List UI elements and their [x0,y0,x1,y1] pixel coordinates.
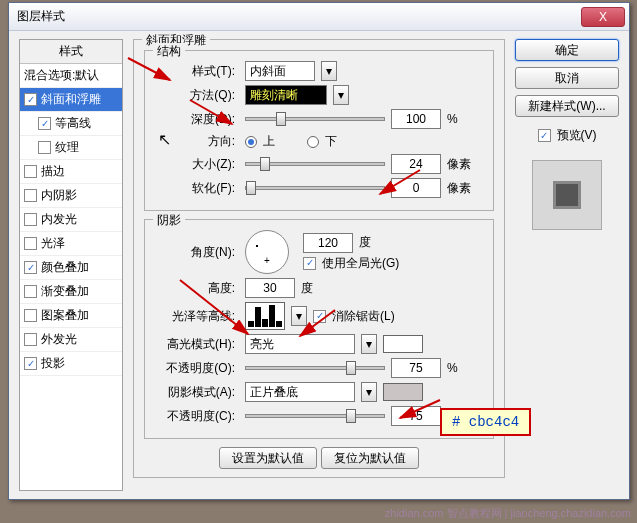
size-label: 大小(Z): [155,156,239,173]
style-row-3[interactable]: 描边 [20,160,122,184]
shadow-color-swatch[interactable] [383,383,423,401]
global-light-checkbox[interactable] [303,257,316,270]
soften-slider[interactable] [245,186,385,190]
shadow-mode-label: 阴影模式(A): [155,384,239,401]
style-label: 等高线 [55,115,91,132]
style-checkbox[interactable] [24,165,37,178]
highlight-mode-label: 高光模式(H): [155,336,239,353]
opacity1-label: 不透明度(O): [155,360,239,377]
style-checkbox[interactable] [24,309,37,322]
size-unit: 像素 [447,156,477,173]
global-light-label: 使用全局光(G) [322,255,399,272]
style-label: 外发光 [41,331,77,348]
dialog-title: 图层样式 [13,8,581,25]
altitude-label: 高度: [155,280,239,297]
shadow-mode-combo[interactable]: 正片叠底 [245,382,355,402]
angle-input[interactable]: 120 [303,233,353,253]
chevron-down-icon[interactable]: ▾ [333,85,349,105]
technique-label: 方法(Q): [155,87,239,104]
depth-unit: % [447,112,477,126]
style-label: 样式(T): [155,63,239,80]
style-row-2[interactable]: 纹理 [20,136,122,160]
style-checkbox[interactable] [24,261,37,274]
preview-label: 预览(V) [557,127,597,144]
direction-up-radio[interactable] [245,136,257,148]
opacity1-input[interactable]: 75 [391,358,441,378]
altitude-input[interactable]: 30 [245,278,295,298]
style-row-4[interactable]: 内阴影 [20,184,122,208]
chevron-down-icon[interactable]: ▾ [361,334,377,354]
style-checkbox[interactable] [38,117,51,130]
angle-unit: 度 [359,234,371,251]
style-checkbox[interactable] [24,237,37,250]
structure-fieldset: 结构 样式(T): 内斜面 ▾ 方法(Q): 雕刻清晰 ▾ 深度(D): [144,50,494,211]
new-style-button[interactable]: 新建样式(W)... [515,95,619,117]
preview-thumbnail [532,160,602,230]
close-button[interactable]: X [581,7,625,27]
soften-unit: 像素 [447,180,477,197]
shading-fieldset: 阴影 角度(N): 120 度 使用全局光(G) [144,219,494,439]
style-row-10[interactable]: 外发光 [20,328,122,352]
structure-legend: 结构 [153,43,185,60]
gloss-contour-label: 光泽等高线: [155,308,239,325]
style-row-7[interactable]: 颜色叠加 [20,256,122,280]
reset-default-button[interactable]: 复位为默认值 [321,447,419,469]
style-row-5[interactable]: 内发光 [20,208,122,232]
style-checkbox[interactable] [24,357,37,370]
angle-label: 角度(N): [155,244,239,261]
style-checkbox[interactable] [24,93,37,106]
styles-header: 样式 [20,40,122,64]
depth-input[interactable]: 100 [391,109,441,129]
chevron-down-icon[interactable]: ▾ [321,61,337,81]
highlight-color-swatch[interactable] [383,335,423,353]
style-label: 内阴影 [41,187,77,204]
blend-options-row[interactable]: 混合选项:默认 [20,64,122,88]
layer-style-dialog: 图层样式 X 样式 混合选项:默认 斜面和浮雕等高线纹理描边内阴影内发光光泽颜色… [8,2,630,500]
watermark: zhidian.com 智点教程网 | jiaocheng.chazidian.… [385,506,631,521]
style-row-6[interactable]: 光泽 [20,232,122,256]
style-checkbox[interactable] [24,333,37,346]
style-row-8[interactable]: 渐变叠加 [20,280,122,304]
style-row-1[interactable]: 等高线 [20,112,122,136]
chevron-down-icon[interactable]: ▾ [291,306,307,326]
style-label: 描边 [41,163,65,180]
opacity1-slider[interactable] [245,366,385,370]
style-label: 斜面和浮雕 [41,91,101,108]
opacity1-unit: % [447,361,458,375]
opacity2-slider[interactable] [245,414,385,418]
style-label: 光泽 [41,235,65,252]
style-row-9[interactable]: 图案叠加 [20,304,122,328]
set-default-button[interactable]: 设置为默认值 [219,447,317,469]
technique-combo[interactable]: 雕刻清晰 [245,85,327,105]
color-callout: # cbc4c4 [440,408,531,436]
highlight-mode-combo[interactable]: 亮光 [245,334,355,354]
style-label: 纹理 [55,139,79,156]
preview-checkbox[interactable] [538,129,551,142]
antialias-checkbox[interactable] [313,310,326,323]
depth-label: 深度(D): [155,111,239,128]
styles-list: 样式 混合选项:默认 斜面和浮雕等高线纹理描边内阴影内发光光泽颜色叠加渐变叠加图… [19,39,123,491]
cancel-button[interactable]: 取消 [515,67,619,89]
titlebar[interactable]: 图层样式 X [9,3,629,31]
style-label: 投影 [41,355,65,372]
style-checkbox[interactable] [24,213,37,226]
style-row-11[interactable]: 投影 [20,352,122,376]
direction-down-radio[interactable] [307,136,319,148]
depth-slider[interactable] [245,117,385,121]
opacity2-input[interactable]: 75 [391,406,441,426]
gloss-contour-picker[interactable] [245,302,285,330]
style-label: 颜色叠加 [41,259,89,276]
ok-button[interactable]: 确定 [515,39,619,61]
style-checkbox[interactable] [24,285,37,298]
style-checkbox[interactable] [38,141,51,154]
soften-label: 软化(F): [155,180,239,197]
style-row-0[interactable]: 斜面和浮雕 [20,88,122,112]
size-input[interactable]: 24 [391,154,441,174]
style-combo[interactable]: 内斜面 [245,61,315,81]
style-checkbox[interactable] [24,189,37,202]
soften-input[interactable]: 0 [391,178,441,198]
angle-widget[interactable] [245,230,289,274]
size-slider[interactable] [245,162,385,166]
chevron-down-icon[interactable]: ▾ [361,382,377,402]
style-label: 内发光 [41,211,77,228]
